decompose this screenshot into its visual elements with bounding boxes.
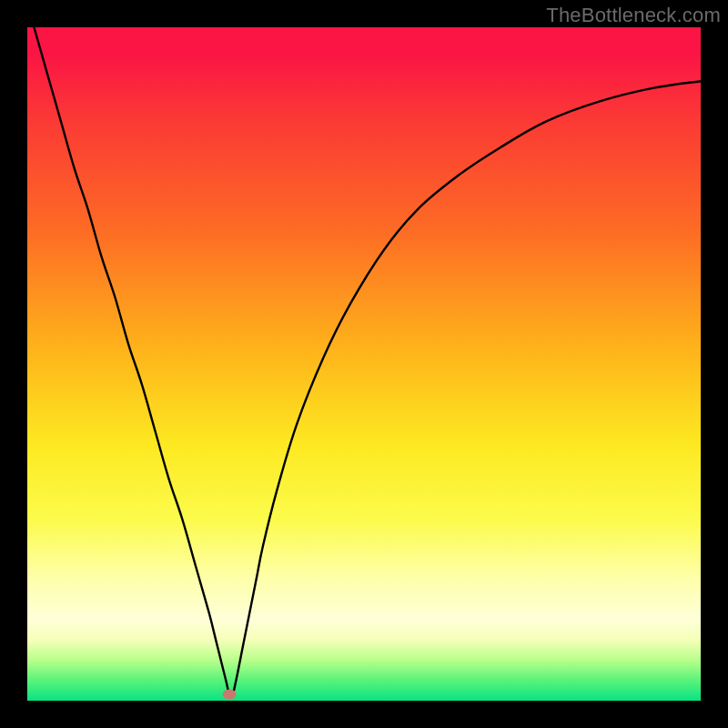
plot-area	[27, 27, 701, 701]
chart-frame: TheBottleneck.com	[0, 0, 728, 728]
minimum-marker-icon	[223, 689, 237, 699]
watermark-text: TheBottleneck.com	[546, 4, 721, 27]
bottleneck-curve	[27, 27, 701, 701]
